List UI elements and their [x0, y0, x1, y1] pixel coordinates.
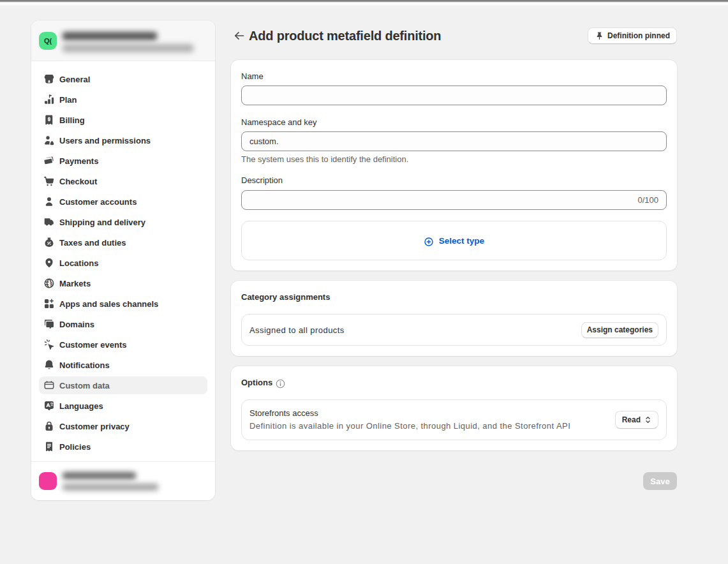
svg-text:$: $ [50, 281, 53, 288]
